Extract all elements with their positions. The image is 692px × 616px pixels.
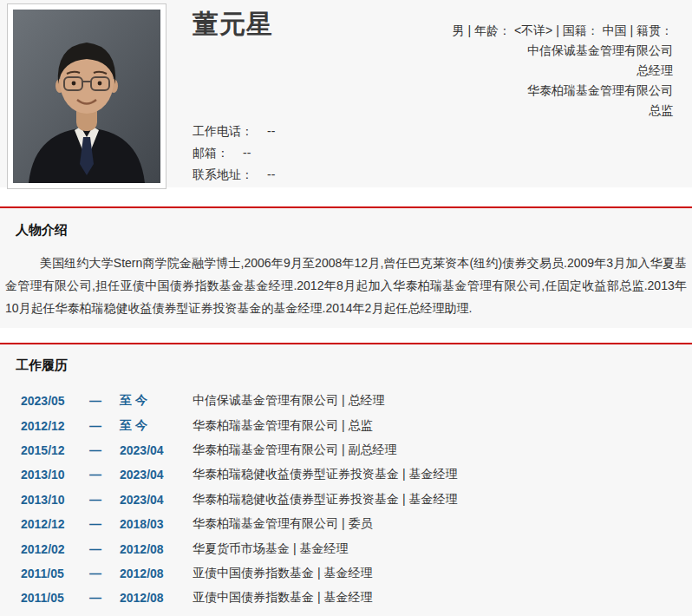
career-row: 2013/10—2023/04华泰柏瑞稳健收益债券型证券投资基金 | 基金经理	[0, 462, 692, 487]
career-end-date: 2012/08	[120, 591, 186, 605]
career-description: 华夏货币市场基金 | 基金经理	[193, 541, 348, 557]
contact-row: 邮箱：--	[193, 142, 275, 164]
date-range-dash: —	[76, 394, 114, 408]
position-title: 总经理	[453, 61, 673, 81]
career-row: 2012/12—2018/03华泰柏瑞基金管理有限公司 | 委员	[0, 512, 692, 536]
career-end-date: 2012/08	[120, 567, 186, 580]
position-company: 华泰柏瑞基金管理有限公司	[453, 81, 673, 101]
career-end-date: 2023/04	[120, 443, 186, 457]
date-range-dash: —	[76, 591, 114, 605]
career-history-table: 2023/05—至 今中信保诚基金管理有限公司 | 总经理2012/12—至 今…	[0, 389, 692, 611]
position-company: 中信保诚基金管理有限公司	[453, 41, 673, 61]
career-start-date: 2011/05	[21, 567, 76, 580]
career-section-title: 工作履历	[16, 357, 68, 374]
portrait-illustration	[13, 10, 160, 183]
meta-demographics: 男 | 年龄： <不详> | 国籍： 中国 | 籍贯：	[453, 21, 673, 41]
career-row: 2012/12—至 今华泰柏瑞基金管理有限公司 | 总监	[0, 413, 692, 437]
intro-section: 人物介绍 美国纽约大学Stern商学院金融学博士,2006年9月至2008年12…	[0, 208, 692, 328]
career-row: 2013/10—2023/04华泰柏瑞稳健收益债券型证券投资基金 | 基金经理	[0, 488, 692, 512]
career-start-date: 2012/12	[21, 517, 76, 531]
intro-section-title: 人物介绍	[16, 222, 68, 239]
position-list: 中信保诚基金管理有限公司总经理华泰柏瑞基金管理有限公司总监	[453, 41, 673, 121]
contact-row: 工作电话：--	[193, 121, 275, 142]
career-description: 华泰柏瑞基金管理有限公司 | 副总经理	[193, 442, 396, 458]
date-range-dash: —	[76, 419, 114, 433]
contact-row: 联系地址：--	[193, 164, 275, 186]
date-range-dash: —	[76, 468, 114, 482]
career-start-date: 2012/02	[21, 542, 76, 556]
career-description: 华泰柏瑞基金管理有限公司 | 委员	[193, 516, 372, 532]
career-row: 2015/12—2023/04华泰柏瑞基金管理有限公司 | 副总经理	[0, 438, 692, 462]
contact-label: 联系地址：	[193, 167, 253, 181]
career-description: 亚债中国债券指数基金 | 基金经理	[193, 590, 372, 606]
bio-paragraph: 美国纽约大学Stern商学院金融学博士,2006年9月至2008年12月,曾任巴…	[5, 252, 687, 319]
career-start-date: 2011/05	[21, 591, 76, 605]
career-row: 2011/05—2012/08亚债中国债券指数基金 | 基金经理	[0, 586, 692, 610]
career-end-date: 2023/04	[120, 468, 186, 482]
career-start-date: 2013/10	[21, 468, 76, 482]
date-range-dash: —	[76, 493, 114, 507]
career-end-date: 2012/08	[120, 542, 186, 556]
career-start-date: 2013/10	[21, 493, 76, 507]
profile-photo	[7, 3, 166, 189]
date-range-dash: —	[76, 517, 114, 531]
contact-value: --	[243, 146, 251, 160]
career-section: 工作履历 2023/05—至 今中信保诚基金管理有限公司 | 总经理2012/1…	[0, 344, 692, 616]
profile-meta-block: 男 | 年龄： <不详> | 国籍： 中国 | 籍贯： 中信保诚基金管理有限公司…	[453, 21, 673, 121]
date-range-dash: —	[76, 443, 114, 457]
career-row: 2012/02—2012/08华夏货币市场基金 | 基金经理	[0, 536, 692, 560]
career-description: 华泰柏瑞基金管理有限公司 | 总监	[193, 418, 372, 434]
profile-header-section: 董元星 男 | 年龄： <不详> | 国籍： 中国 | 籍贯： 中信保诚基金管理…	[0, 0, 692, 187]
career-row: 2023/05—至 今中信保诚基金管理有限公司 | 总经理	[0, 389, 692, 413]
career-description: 亚债中国债券指数基金 | 基金经理	[193, 566, 372, 581]
career-row: 2011/05—2012/08亚债中国债券指数基金 | 基金经理	[0, 561, 692, 586]
career-end-date: 2023/04	[120, 493, 186, 507]
career-end-date: 2018/03	[120, 517, 186, 531]
date-range-dash: —	[76, 542, 114, 556]
career-start-date: 2012/12	[21, 419, 76, 433]
contact-value: --	[267, 124, 275, 138]
position-title: 总监	[453, 101, 673, 121]
career-start-date: 2023/05	[21, 394, 76, 408]
career-description: 中信保诚基金管理有限公司 | 总经理	[193, 393, 384, 409]
contact-label: 工作电话：	[193, 124, 253, 138]
career-end-date: 至 今	[120, 418, 186, 434]
contact-list: 工作电话：--邮箱：--联系地址：--	[193, 121, 275, 186]
career-end-date: 至 今	[120, 393, 186, 409]
person-name: 董元星	[193, 7, 273, 43]
career-description: 华泰柏瑞稳健收益债券型证券投资基金 | 基金经理	[193, 492, 457, 508]
contact-value: --	[267, 167, 275, 181]
career-description: 华泰柏瑞稳健收益债券型证券投资基金 | 基金经理	[193, 467, 457, 482]
date-range-dash: —	[76, 567, 114, 580]
career-start-date: 2015/12	[21, 443, 76, 457]
contact-label: 邮箱：	[193, 146, 229, 160]
